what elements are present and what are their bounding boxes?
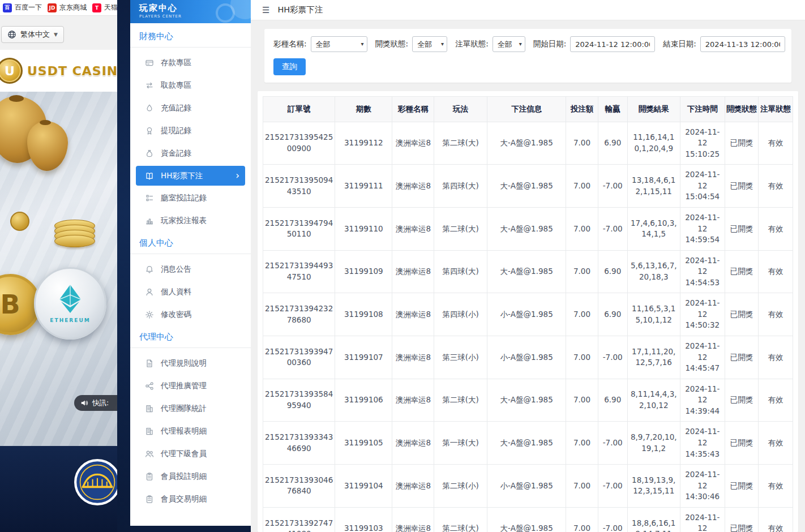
start-date-input[interactable] [570, 36, 655, 52]
col-header-draw-result: 開獎結果 [627, 97, 680, 122]
cell-period: 31199105 [335, 422, 392, 465]
site-logo[interactable]: U USDT CASINO [0, 50, 117, 92]
bookmark-item-0[interactable]: 百百度一下 [3, 3, 42, 12]
cell-draw-status: 已開獎 [725, 422, 759, 465]
sidebar-item-label: 資金記錄 [161, 148, 191, 158]
cell-draw-status: 已開獎 [725, 207, 759, 250]
cell-draw-result: 13,18,4,6,12,1,15,11 [627, 165, 680, 208]
table-row: 215217313939470036031199107澳洲幸运8第三球(小)小-… [263, 336, 793, 379]
sidebar-item-label: 個人資料 [161, 287, 191, 297]
sidebar-item-0-0[interactable]: 存款專區 [130, 52, 251, 74]
cell-bet-amount: 7.00 [566, 336, 598, 379]
promo-background: B ETHEREUM 快訊: [0, 92, 117, 446]
lottery-filter-select[interactable]: 全部 [311, 36, 367, 52]
sidebar-item-label: 代理下級會員 [161, 449, 207, 459]
cell-draw-result: 11,16,5,3,15,10,1,12 [627, 293, 680, 336]
col-header-win-loss: 輸贏 [598, 97, 627, 122]
sidebar-item-0-3[interactable]: 提現記錄 [130, 119, 251, 142]
sidebar-item-1-1[interactable]: 個人資料 [130, 281, 251, 303]
droplet-icon [145, 104, 154, 113]
cell-bet-amount: 7.00 [566, 379, 598, 422]
cell-period: 31199109 [335, 250, 392, 293]
sidebar-item-label: 取款專區 [161, 80, 191, 91]
table-row: 215217313954250090031199112澳洲幸运8第二球(大)大-… [263, 122, 793, 165]
sidebar-item-0-1[interactable]: 取款專區 [130, 74, 251, 97]
order-status-select[interactable]: 全部 [493, 36, 525, 52]
cell-order-no: 2152173139334346690 [263, 422, 335, 465]
sidebar-item-label: 修改密碼 [161, 310, 191, 320]
news-ticker[interactable]: 快訊: [74, 395, 117, 411]
sidebar-item-2-0[interactable]: 代理規則說明 [130, 352, 251, 375]
page-title: HH彩票下注 [277, 5, 323, 15]
background-strip [117, 0, 130, 532]
query-button[interactable]: 查詢 [273, 58, 306, 75]
table-row: 215217313933434669031199105澳洲幸运8第一球(大)大-… [263, 422, 793, 465]
cell-play: 第二球(小) [434, 465, 487, 508]
cell-win-loss: -7.00 [598, 165, 627, 208]
draw-status-select[interactable]: 全部 [412, 36, 447, 52]
moneybag-icon [145, 149, 154, 158]
draw-status-filter-label: 開獎狀態: [375, 39, 409, 49]
language-selector[interactable]: 繁体中文 ▼ [1, 26, 64, 43]
gold-coin-stack-icon [54, 220, 95, 247]
sidebar-item-0-5[interactable]: HH彩票下注› [136, 166, 245, 186]
sidebar-item-1-2[interactable]: 修改密碼 [130, 303, 251, 326]
sidebar-item-label: 存款專區 [161, 58, 191, 68]
sidebar-item-1-0[interactable]: 消息公告 [130, 258, 251, 281]
doc-icon [145, 359, 154, 368]
bookmark-item-2[interactable]: T天猫 [92, 3, 117, 12]
cell-draw-result: 17,4,6,10,3,14,1,5 [627, 207, 680, 250]
cell-period: 31199107 [335, 336, 392, 379]
lottery-select[interactable]: 全部 [311, 36, 367, 52]
menu-toggle-icon[interactable]: ☰ [262, 5, 269, 15]
sidebar-item-2-5[interactable]: 會員投註明細 [130, 465, 251, 488]
sidebar-item-0-2[interactable]: 充值記錄 [130, 97, 251, 119]
cell-win-loss: 6.90 [598, 379, 627, 422]
table-row: 215217313935849594031199106澳洲幸运8第二球(大)大-… [263, 379, 793, 422]
start-date-label: 開始日期: [533, 39, 567, 49]
cell-order-status: 有效 [759, 122, 793, 165]
cell-play: 第四球(小) [434, 293, 487, 336]
cell-draw-result: 18,8,6,16,19,14,7,11 [627, 507, 680, 532]
bet-records-table: 訂單號期數彩種名稱玩法下注信息投注額輸贏開獎結果下注時間開獎狀態注單狀態2152… [263, 96, 793, 532]
sidebar-item-2-2[interactable]: 代理團隊統計 [130, 397, 251, 420]
draw-status-filter-select[interactable]: 全部 [412, 36, 447, 52]
sidebar-item-0-7[interactable]: 玩家投注報表 [130, 209, 251, 232]
cell-win-loss: 6.90 [598, 122, 627, 165]
col-header-draw-status: 開獎狀態 [725, 97, 759, 122]
filter-panel: 彩種名稱: 全部 開獎狀態: 全部 注單狀態: 全部 開始日期: 結束日期: 查… [264, 29, 791, 83]
sidebar-section-heading: 財務中心 [130, 25, 251, 48]
sidebar-item-2-3[interactable]: 代理報表明細 [130, 420, 251, 443]
cell-order-status: 有效 [759, 465, 793, 508]
lottery-filter-label: 彩種名稱: [273, 39, 307, 49]
table-row: 215217313942327868031199108澳洲幸运8第四球(小)小-… [263, 293, 793, 336]
cell-order-no: 2152173139542500900 [263, 122, 335, 165]
share-icon [145, 381, 154, 391]
sidebar-item-label: 廳室投註記錄 [161, 193, 207, 203]
cell-win-loss: -7.00 [598, 422, 627, 465]
clipboard-icon [145, 495, 154, 504]
cell-lottery-name: 澳洲幸运8 [392, 379, 434, 422]
order-status-filter-select[interactable]: 全部 [493, 36, 525, 52]
cell-play: 第四球(大) [434, 165, 487, 208]
sidebar-item-0-6[interactable]: 廳室投註記錄 [130, 187, 251, 209]
sidebar-item-2-6[interactable]: 會員交易明細 [130, 488, 251, 510]
sidebar-item-2-4[interactable]: 代理下級會員 [130, 443, 251, 465]
cell-draw-result: 8,9,7,20,10,19,1,2 [627, 422, 680, 465]
col-header-order-status: 注單狀態 [759, 97, 793, 122]
ethereum-coin-icon: ETHEREUM [34, 267, 106, 340]
sidebar-item-2-1[interactable]: 代理推廣管理 [130, 375, 251, 397]
cell-bet-amount: 7.00 [566, 250, 598, 293]
bookmark-item-1[interactable]: JD京东商城 [48, 3, 87, 12]
col-header-order-no: 訂單號 [263, 97, 335, 122]
sidebar-item-0-4[interactable]: 資金記錄 [130, 142, 251, 165]
cell-bet-amount: 7.00 [566, 165, 598, 208]
warriors-logo-icon [74, 458, 117, 506]
cell-lottery-name: 澳洲幸运8 [392, 465, 434, 508]
table-row: 215217313930467684031199104澳洲幸运8第二球(小)小-… [263, 465, 793, 508]
cell-order-status: 有效 [759, 336, 793, 379]
bookmark-label: 百度一下 [15, 3, 42, 12]
language-area: 繁体中文 ▼ [0, 16, 117, 50]
end-date-input[interactable] [700, 36, 785, 52]
sidebar-item-label: 玩家投注報表 [161, 216, 207, 226]
